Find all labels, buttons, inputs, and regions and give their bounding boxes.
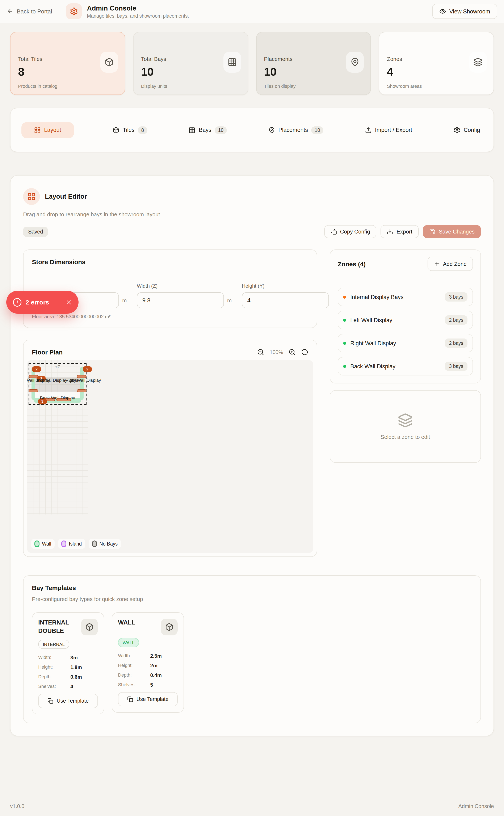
layout-editor-header: Layout Editor bbox=[23, 188, 481, 205]
grid-icon bbox=[223, 52, 241, 73]
bay-templates-title: Bay Templates bbox=[32, 584, 472, 591]
stat-caption: Tiles on display bbox=[264, 84, 363, 89]
zones-title: Zones (4) bbox=[338, 260, 366, 267]
spec-label: Width: bbox=[118, 653, 150, 659]
export-button[interactable]: Export bbox=[381, 225, 419, 238]
field-label: Height (Y) bbox=[242, 283, 337, 289]
zone-color-dot bbox=[343, 319, 346, 321]
tab-count-badge: 10 bbox=[215, 126, 227, 134]
close-icon bbox=[66, 299, 72, 306]
error-count: 2 errors bbox=[26, 299, 49, 306]
bay-marker[interactable] bbox=[29, 389, 38, 392]
tab-config[interactable]: Config bbox=[451, 122, 483, 138]
floor-plan-legend: Wall Island No Bays bbox=[31, 539, 121, 549]
tab-label: Layout bbox=[44, 127, 61, 133]
dimension-field-height-y: Height (Y) m bbox=[242, 283, 337, 308]
store-dimensions-title: Store Dimensions bbox=[32, 258, 308, 265]
save-changes-label: Save Changes bbox=[439, 228, 475, 235]
add-zone-label: Add Zone bbox=[443, 261, 467, 267]
legend-label: Wall bbox=[42, 541, 51, 546]
field-label bbox=[32, 283, 127, 289]
zoom-level: 100% bbox=[270, 349, 283, 355]
dimension-height-y-input[interactable] bbox=[242, 292, 329, 308]
zone-row-back-wall-display[interactable]: Back Wall Display 3 bays bbox=[338, 357, 473, 375]
copy-config-button[interactable]: Copy Config bbox=[324, 225, 376, 238]
app-footer: v1.0.0 Admin Console bbox=[0, 796, 504, 816]
spec-label: Height: bbox=[118, 663, 150, 669]
add-zone-button[interactable]: Add Zone bbox=[427, 257, 473, 271]
zoom-in-button[interactable] bbox=[289, 349, 296, 356]
wall-swatch bbox=[34, 541, 39, 547]
box-icon bbox=[100, 52, 118, 73]
reset-view-button[interactable] bbox=[301, 349, 308, 356]
box-icon bbox=[81, 619, 98, 635]
back-to-portal-link[interactable]: Back to Portal bbox=[7, 8, 52, 15]
gear-icon bbox=[70, 7, 78, 16]
footer-app-name: Admin Console bbox=[458, 803, 494, 809]
zone-bay-count: 3 bays bbox=[445, 292, 467, 302]
map-pin-icon bbox=[268, 127, 275, 133]
use-template-button[interactable]: Use Template bbox=[38, 694, 98, 708]
zone-color-dot bbox=[343, 295, 346, 298]
unit-suffix: m bbox=[122, 297, 127, 303]
floor-plan-panel: Floor Plan 100% +Z bbox=[23, 340, 317, 557]
copy-icon bbox=[47, 698, 53, 704]
layout-editor-subtitle: Drag and drop to rearrange bays in the s… bbox=[23, 211, 481, 218]
spec-value: 0.6m bbox=[70, 674, 82, 680]
tab-label: Config bbox=[464, 127, 480, 133]
alert-circle-icon bbox=[13, 298, 22, 307]
tab-layout[interactable]: Layout bbox=[21, 122, 74, 138]
zoom-out-button[interactable] bbox=[257, 349, 264, 356]
legend-item-no-bays: No Bays bbox=[88, 539, 121, 549]
stat-card-total-tiles: Total Tiles 8 Products in catalog bbox=[10, 32, 125, 95]
app-header: Back to Portal Admin Console Manage tile… bbox=[0, 0, 504, 23]
zone-row-internal-display-bays[interactable]: Internal Display Bays 3 bays bbox=[338, 288, 473, 306]
bay-count-badge: 2 bbox=[83, 366, 92, 372]
zone-name: Right Wall Display bbox=[350, 340, 441, 346]
layers-icon bbox=[469, 52, 487, 73]
axis-label: +Z bbox=[55, 365, 60, 369]
legend-item-wall: Wall bbox=[31, 539, 55, 549]
spec-value: 2m bbox=[150, 663, 157, 669]
close-toast-button[interactable] bbox=[66, 299, 72, 306]
error-toast[interactable]: 2 errors bbox=[6, 291, 79, 314]
copy-icon bbox=[127, 696, 133, 702]
zone-right-wall[interactable] bbox=[80, 367, 84, 400]
template-card-internal-double: INTERNAL DOUBLE INTERNAL Width:3m Height… bbox=[32, 612, 104, 714]
tab-placements[interactable]: Placements 10 bbox=[266, 122, 326, 138]
stat-caption: Products in catalog bbox=[18, 84, 117, 89]
tab-tiles[interactable]: Tiles 8 bbox=[110, 122, 150, 138]
use-template-label: Use Template bbox=[57, 698, 89, 704]
floor-plan-canvas[interactable]: +Z 2 bbox=[27, 360, 313, 553]
store-outline[interactable]: +Z 2 bbox=[29, 363, 87, 405]
tab-bays[interactable]: Bays 10 bbox=[186, 122, 230, 138]
spec-label: Depth: bbox=[38, 674, 70, 680]
view-showroom-button[interactable]: View Showroom bbox=[432, 4, 497, 19]
spec-value: 0.4m bbox=[150, 672, 162, 678]
spec-value: 1.8m bbox=[70, 664, 82, 670]
zoom-in-icon bbox=[289, 349, 296, 356]
legend-label: No Bays bbox=[99, 541, 118, 546]
bay-marker[interactable] bbox=[77, 389, 87, 392]
bay-templates-panel: Bay Templates Pre-configured bay types f… bbox=[23, 575, 481, 723]
spec-value: 4 bbox=[70, 684, 73, 690]
use-template-label: Use Template bbox=[137, 696, 168, 702]
bay-count-badge: 2 bbox=[32, 366, 41, 372]
tab-import-export[interactable]: Import / Export bbox=[362, 122, 415, 138]
dimension-width-z-input[interactable] bbox=[137, 292, 224, 308]
layout-editor-title: Layout Editor bbox=[45, 193, 87, 200]
tab-count-badge: 8 bbox=[138, 126, 147, 134]
use-template-button[interactable]: Use Template bbox=[118, 692, 178, 706]
unit-suffix: m bbox=[227, 297, 232, 303]
layers-icon bbox=[398, 413, 413, 428]
zone-color-dot bbox=[343, 342, 346, 345]
zone-name: Back Wall Display bbox=[350, 363, 441, 369]
page-subtitle: Manage tiles, bays, and showroom placeme… bbox=[87, 13, 189, 18]
zone-row-left-wall-display[interactable]: Left Wall Display 2 bays bbox=[338, 311, 473, 329]
save-changes-button[interactable]: Save Changes bbox=[423, 225, 481, 238]
app-logo bbox=[66, 3, 82, 19]
zone-row-right-wall-display[interactable]: Right Wall Display 2 bays bbox=[338, 334, 473, 352]
layout-editor-card: Layout Editor Drag and drop to rearrange… bbox=[10, 175, 494, 736]
stats-row: Total Tiles 8 Products in catalog Total … bbox=[0, 32, 504, 95]
editor-actions-row: Saved Copy Config Export Save Changes bbox=[23, 225, 481, 238]
